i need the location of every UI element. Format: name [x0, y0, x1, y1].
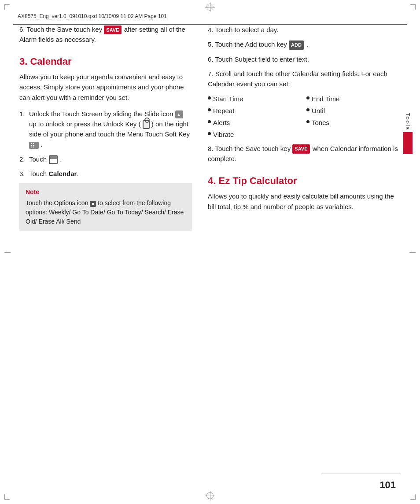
section4-intro: Allows you to quickly and easily calcula… — [208, 191, 401, 212]
side-mark-left — [4, 252, 11, 253]
right-item-7: 7. Scroll and touch the other Calendar s… — [208, 69, 401, 89]
list-item-2: 2. Touch . — [19, 154, 192, 164]
header-text: AX8575_Eng_ver1.0_091010.qxd 10/10/09 11… — [18, 13, 167, 19]
options-icon: ■ — [90, 201, 96, 207]
bullet-dot — [208, 132, 211, 135]
right-item-8: 8. Touch the Save touch key SAVE when Ca… — [208, 143, 401, 164]
right-item-4: 4. Touch to select a day. — [208, 25, 401, 35]
bullet-dot — [208, 120, 211, 123]
bullet-repeat: Repeat — [208, 106, 302, 116]
section3-heading: 3. Calendar — [19, 56, 192, 67]
right-item-6: 6. Touch Subject field to enter text. — [208, 54, 401, 64]
bullet-dot — [208, 108, 211, 111]
left-column: 6. Touch the Save touch key SAVE after s… — [19, 25, 204, 486]
list-content-2: Touch . — [29, 154, 192, 164]
save-badge-calendar: SAVE — [292, 144, 309, 154]
list-item-1: 1. Unlock the Touch Screen by sliding th… — [19, 109, 192, 150]
right-item-4-text: Touch to select a day. — [215, 26, 278, 33]
bullet-repeat-text: Repeat — [213, 106, 234, 116]
note-text: Touch the Options icon — [26, 199, 90, 206]
alarm-item-6-number: 6. Touch the Save touch key — [19, 26, 104, 33]
right-item-6-text: 6. Touch Subject field to enter text. — [208, 55, 309, 63]
page-header: AX8575_Eng_ver1.0_091010.qxd 10/10/09 11… — [13, 8, 407, 25]
crop-mark-bl — [4, 494, 10, 500]
bullet-start-time-text: Start Time — [213, 94, 243, 104]
list-number-2: 2. — [19, 154, 29, 164]
bullet-start-time: Start Time — [208, 94, 302, 104]
section3-intro: Allows you to keep your agenda convenien… — [19, 72, 192, 103]
right-item-5-dot: . — [306, 40, 308, 48]
bullet-vibrate-text: Vibrate — [213, 129, 234, 140]
bullet-end-time: End Time — [306, 94, 401, 104]
right-item-7-text: 7. Scroll and touch the other Calendar s… — [208, 70, 387, 88]
note-heading: Note — [26, 188, 186, 197]
crop-mark-tl — [4, 4, 10, 10]
calendar-bold: Calendar — [48, 170, 77, 177]
calendar-icon — [49, 155, 58, 164]
list-content-3: Touch Calendar. — [29, 169, 192, 179]
key-icon — [143, 120, 150, 129]
crop-mark-tr — [410, 4, 416, 10]
tools-bar — [403, 132, 413, 154]
right-item-5-text: 5. Touch the Add touch key — [208, 40, 289, 48]
bullet-dot — [306, 120, 309, 123]
bullet-dot — [306, 96, 309, 99]
bullet-dot — [208, 96, 211, 99]
menu-icon — [29, 142, 39, 149]
list-number-1: 1. — [19, 109, 29, 150]
reg-mark-bottom — [206, 492, 214, 500]
add-badge: ADD — [289, 40, 304, 50]
list-content-1: Unlock the Touch Screen by sliding the S… — [29, 109, 192, 150]
page-number: 101 — [379, 479, 396, 491]
note-box: Note Touch the Options icon ■ to select … — [19, 183, 192, 231]
section4: 4. Ez Tip Calculator Allows you to quick… — [208, 175, 401, 212]
crop-mark-br — [410, 494, 416, 500]
content-area: 6. Touch the Save touch key SAVE after s… — [19, 25, 401, 486]
right-item-5: 5. Touch the Add touch key ADD . — [208, 39, 401, 50]
bullet-tones-text: Tones — [312, 118, 329, 128]
right-column: 4. Touch to select a day. 5. Touch the A… — [204, 25, 401, 486]
bullet-vibrate: Vibrate — [208, 129, 302, 140]
save-badge-alarm: SAVE — [104, 26, 121, 35]
alarm-item-6: 6. Touch the Save touch key SAVE after s… — [19, 25, 192, 44]
bullet-end-time-text: End Time — [312, 94, 339, 104]
side-mark-right — [409, 252, 416, 253]
bullet-until: Until — [306, 106, 401, 116]
list-item-3: 3. Touch Calendar. — [19, 169, 192, 179]
section4-heading: 4. Ez Tip Calculator — [208, 175, 401, 187]
tools-label: Tools — [405, 113, 411, 130]
bullet-empty — [306, 129, 401, 140]
page-divider — [321, 474, 401, 474]
bullet-list: Start Time End Time Repeat Until Alerts — [208, 94, 401, 140]
bullet-alerts: Alerts — [208, 118, 302, 128]
bullet-alerts-text: Alerts — [213, 118, 230, 128]
bullet-tones: Tones — [306, 118, 401, 128]
right-item-8-text: 8. Touch the Save touch key — [208, 145, 292, 152]
tools-sidebar: Tools — [402, 113, 414, 154]
right-item-4-number: 4. — [208, 26, 215, 33]
slide-icon — [175, 110, 183, 118]
list-number-3: 3. — [19, 169, 29, 179]
bullet-until-text: Until — [312, 106, 325, 116]
bullet-dot — [306, 108, 309, 111]
